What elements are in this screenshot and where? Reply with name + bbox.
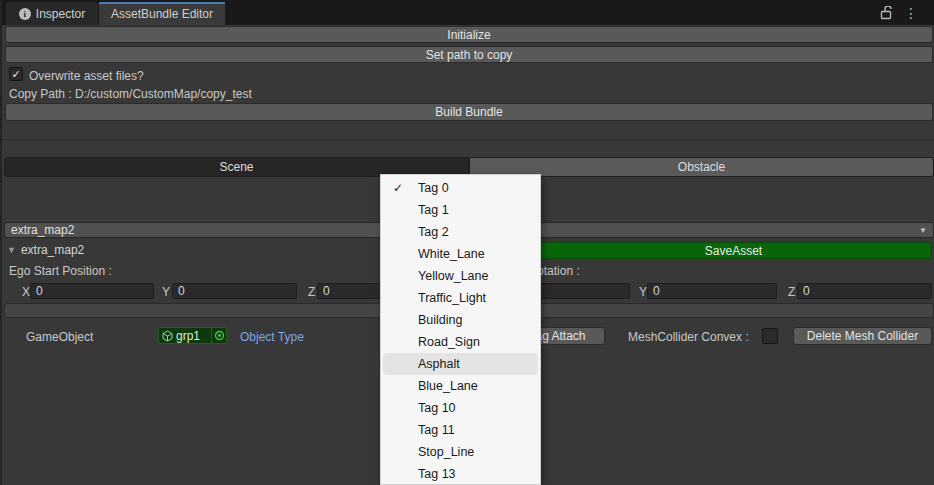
tag-menu-item[interactable]: Tag 2 — [383, 221, 538, 243]
tag-menu-item-label: Asphalt — [418, 357, 460, 371]
assetbundle-editor-window: i Inspector AssetBundle Editor ⋮ Initial… — [0, 0, 934, 485]
initialize-button[interactable]: Initialize — [5, 26, 933, 43]
build-bundle-button[interactable]: Build Bundle — [5, 103, 933, 121]
tag-menu-item-label: Tag 2 — [418, 225, 449, 239]
set-path-to-copy-button[interactable]: Set path to copy — [5, 46, 933, 63]
object-picker-icon[interactable] — [211, 328, 226, 343]
gameobject-label: GameObject — [26, 330, 93, 344]
tag-menu-item[interactable]: Stop_Line — [383, 441, 538, 463]
prefab-cube-icon — [162, 330, 173, 342]
tag-menu-item[interactable]: Tag 1 — [383, 199, 538, 221]
tag-dropdown-menu: ✓Tag 0Tag 1Tag 2White_LaneYellow_LaneTra… — [380, 174, 541, 485]
position-z-label: Z — [308, 285, 315, 299]
tab-inspector[interactable]: i Inspector — [6, 2, 98, 25]
meshcollider-convex-label: MeshCollider Convex : — [628, 330, 749, 344]
rotation-z-field[interactable]: 0 — [797, 283, 932, 299]
map-select-value: extra_map2 — [11, 223, 74, 237]
tag-menu-item[interactable]: Tag 10 — [383, 397, 538, 419]
overwrite-checkbox[interactable]: ✓ — [9, 67, 23, 81]
object-type-link[interactable]: Object Type — [240, 330, 304, 344]
tag-menu-item[interactable]: Traffic_Light — [383, 287, 538, 309]
foldout-arrow-icon: ▼ — [7, 245, 16, 255]
checkmark-icon: ✓ — [393, 181, 403, 195]
tag-menu-item-label: Tag 1 — [418, 203, 449, 217]
tab-assetbundle-editor-label: AssetBundle Editor — [111, 7, 213, 21]
tag-menu-item[interactable]: ✓Tag 0 — [383, 177, 538, 199]
window-controls: ⋮ — [880, 0, 934, 25]
rotation-z-label: Z — [788, 285, 795, 299]
tag-menu-item-label: Blue_Lane — [418, 379, 478, 393]
tag-menu-item-label: Traffic_Light — [418, 291, 486, 305]
tag-menu-item[interactable]: Blue_Lane — [383, 375, 538, 397]
gameobject-field-value: grp1 — [176, 329, 200, 343]
ego-start-position-label: Ego Start Position : — [9, 264, 112, 278]
tag-menu-item[interactable]: Building — [383, 309, 538, 331]
position-y-field[interactable]: 0 — [172, 283, 297, 299]
position-x-field[interactable]: 0 — [30, 283, 154, 299]
tag-menu-item[interactable]: Tag 11 — [383, 419, 538, 441]
tag-menu-item-label: Tag 13 — [418, 467, 456, 481]
tag-menu-item-label: White_Lane — [418, 247, 485, 261]
gameobject-object-field[interactable]: grp1 — [158, 327, 227, 344]
copy-path-text: Copy Path : D:/custom/CustomMap/copy_tes… — [9, 87, 252, 101]
unlock-icon[interactable] — [880, 6, 892, 20]
tag-menu-item-label: Tag 10 — [418, 401, 456, 415]
tag-menu-item[interactable]: Road_Sign — [383, 331, 538, 353]
tag-menu-item-label: Tag 11 — [418, 423, 455, 437]
save-asset-button[interactable]: SaveAsset — [535, 242, 932, 259]
tag-menu-item[interactable]: White_Lane — [383, 243, 538, 265]
tag-menu-item-label: Tag 0 — [418, 181, 449, 195]
chevron-down-icon: ▼ — [919, 226, 927, 235]
tag-menu-item-label: Yellow_Lane — [418, 269, 488, 283]
delete-mesh-collider-button[interactable]: Delete Mesh Collider — [793, 327, 932, 345]
rotation-y-field[interactable]: 0 — [647, 283, 777, 299]
checkmark-icon: ✓ — [11, 68, 20, 81]
map-foldout[interactable]: ▼ extra_map2 — [7, 243, 84, 257]
tab-assetbundle-editor[interactable]: AssetBundle Editor — [99, 2, 225, 25]
overwrite-label: Overwrite asset files? — [29, 69, 144, 83]
tab-inspector-label: Inspector — [36, 7, 85, 21]
position-x-label: X — [22, 285, 30, 299]
tag-menu-item-label: Stop_Line — [418, 445, 474, 459]
section-divider — [2, 139, 934, 140]
position-y-label: Y — [162, 285, 170, 299]
tag-menu-item[interactable]: Asphalt — [383, 353, 538, 375]
convex-checkbox[interactable]: ✓ — [762, 328, 778, 344]
kebab-menu-icon[interactable]: ⋮ — [904, 6, 918, 20]
tag-menu-item[interactable]: Yellow_Lane — [383, 265, 538, 287]
tag-menu-item[interactable]: Tag 13 — [383, 463, 538, 485]
tag-menu-item-label: Building — [418, 313, 462, 327]
rotation-y-label: Y — [639, 285, 647, 299]
tag-menu-item-label: Road_Sign — [418, 335, 480, 349]
window-tab-bar: i Inspector AssetBundle Editor ⋮ — [2, 0, 934, 25]
map-foldout-label: extra_map2 — [21, 243, 84, 257]
info-icon: i — [19, 8, 31, 20]
